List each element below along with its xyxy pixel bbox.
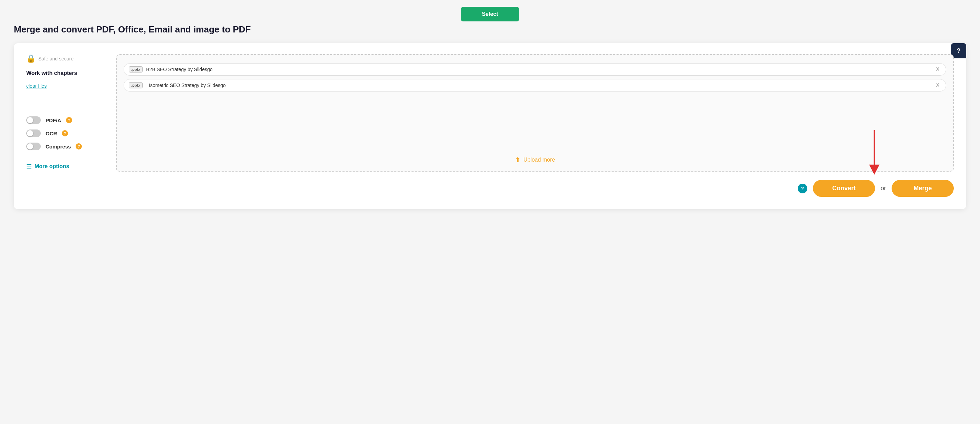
upload-icon: ⬆ <box>515 156 521 164</box>
options-section: PDF/A ? OCR ? Compress ? <box>26 116 102 150</box>
pdfa-toggle[interactable] <box>26 116 41 124</box>
right-panel: .pptx B2B SEO Strategy by Slidesgo X .pp… <box>116 54 954 197</box>
ocr-toggle[interactable] <box>26 129 41 137</box>
file-badge-2: .pptx <box>129 82 143 88</box>
file-row-1: .pptx B2B SEO Strategy by Slidesgo X <box>124 63 946 76</box>
more-options-label: More options <box>35 163 69 170</box>
file-name-1: B2B SEO Strategy by Slidesgo <box>146 67 931 72</box>
upload-more-button[interactable]: ⬆ Upload more <box>515 156 555 164</box>
secure-badge: 🔒 Safe and secure <box>26 54 102 63</box>
upload-more-section: ⬆ Upload more <box>515 156 555 164</box>
drop-zone[interactable]: .pptx B2B SEO Strategy by Slidesgo X .pp… <box>116 54 954 172</box>
main-card: ? 🔒 Safe and secure Work with chapters c… <box>14 43 966 209</box>
pdfa-label: PDF/A <box>46 118 61 123</box>
convert-button[interactable]: Convert <box>813 180 875 197</box>
ocr-label: OCR <box>46 130 57 137</box>
hamburger-icon: ☰ <box>26 163 32 170</box>
ocr-help-icon[interactable]: ? <box>62 130 68 137</box>
page-title: Merge and convert PDF, Office, Email and… <box>14 24 966 35</box>
pdfa-help-icon[interactable]: ? <box>66 117 72 123</box>
upload-more-label: Upload more <box>523 157 555 163</box>
top-select-button[interactable]: Select <box>461 7 519 21</box>
lock-icon: 🔒 <box>26 54 35 63</box>
option-row-pdfa: PDF/A ? <box>26 116 102 124</box>
left-panel: 🔒 Safe and secure Work with chapters cle… <box>26 54 102 170</box>
option-row-compress: Compress ? <box>26 143 102 150</box>
or-text: or <box>881 185 886 192</box>
compress-toggle[interactable] <box>26 143 41 150</box>
chapters-label: Work with chapters <box>26 70 102 76</box>
secure-text: Safe and secure <box>38 56 73 62</box>
action-row: ? Convert or Merge <box>116 180 954 197</box>
file-badge-1: .pptx <box>129 66 143 73</box>
compress-help-icon[interactable]: ? <box>76 143 82 149</box>
more-options-row[interactable]: ☰ More options <box>26 163 102 170</box>
card-body: 🔒 Safe and secure Work with chapters cle… <box>26 54 954 197</box>
file-remove-2[interactable]: X <box>934 83 941 88</box>
file-remove-1[interactable]: X <box>934 67 941 72</box>
merge-button[interactable]: Merge <box>892 180 954 197</box>
action-question-icon[interactable]: ? <box>798 184 807 193</box>
file-name-2: _Isometric SEO Strategy by Slidesgo <box>146 83 931 88</box>
option-row-ocr: OCR ? <box>26 129 102 137</box>
compress-label: Compress <box>46 144 71 149</box>
file-row-2: .pptx _Isometric SEO Strategy by Slidesg… <box>124 79 946 92</box>
clear-files-link[interactable]: clear files <box>26 83 102 89</box>
